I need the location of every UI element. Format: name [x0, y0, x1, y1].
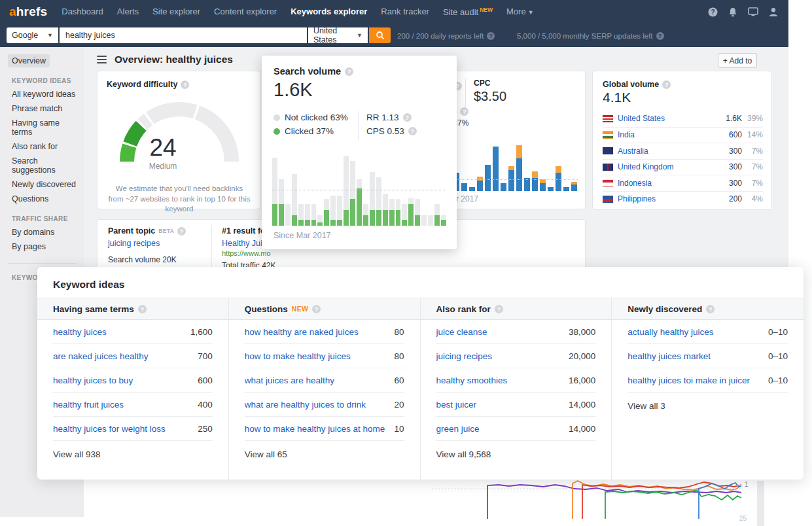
keyword-link[interactable]: actually healthy juices — [627, 327, 713, 337]
country-link[interactable]: Australia — [618, 147, 648, 156]
sidebar-item-overview[interactable]: Overview — [8, 54, 50, 67]
nav-item-rank-tracker[interactable]: Rank tracker — [381, 7, 429, 16]
nav-item-more[interactable]: More▼ — [506, 7, 534, 16]
keyword-link[interactable]: healthy fruit juices — [53, 400, 124, 410]
keyword-link[interactable]: healthy juices for weight loss — [53, 424, 166, 434]
nav-item-dashboard[interactable]: Dashboard — [62, 7, 103, 16]
keyword-link[interactable]: juicing recipes — [436, 351, 493, 361]
search-engine-select[interactable]: Google▼ — [7, 27, 58, 43]
nav-item-site-audit[interactable]: Site auditNEW — [443, 7, 493, 17]
keyword-link[interactable]: healthy juices market — [627, 351, 711, 361]
help-icon[interactable]: ? — [460, 107, 468, 116]
help-icon[interactable]: ? — [656, 32, 664, 40]
sidebar-item-questions[interactable]: Questions — [8, 192, 52, 205]
sidebar-item-search-suggestions[interactable]: Search suggestions — [8, 154, 84, 177]
country-link[interactable]: Indonesia — [618, 179, 652, 188]
keyword-link[interactable]: green juice — [436, 424, 480, 434]
keyword-link[interactable]: what are healthy juices to drink — [245, 400, 366, 410]
country-link[interactable]: Philippines — [618, 194, 656, 203]
ahrefs-logo[interactable]: ahrefs — [9, 5, 47, 19]
keyword-link[interactable]: what juices are healthy — [245, 376, 334, 385]
notifications-bell-icon[interactable] — [728, 7, 737, 17]
sidebar-item-having-same-terms[interactable]: Having same terms — [8, 116, 84, 139]
keyword-link[interactable]: juice cleanse — [436, 327, 487, 337]
help-icon[interactable]: ? — [345, 67, 353, 76]
chart-bar — [370, 172, 375, 226]
keyword-link[interactable]: healthy juices — [53, 327, 107, 337]
country-volume-list: United States1.6K39%India60014%Australia… — [603, 111, 763, 207]
view-all-link[interactable]: View all 65 — [245, 441, 404, 467]
country-percent: 7% — [742, 179, 763, 188]
keyword-search-bar: Google▼ United States▼ 200 / 200 daily r… — [0, 24, 788, 47]
sidebar-item-newly-discovered[interactable]: Newly discovered — [8, 178, 80, 191]
country-select[interactable]: United States▼ — [308, 27, 368, 43]
bar-clicked-segment — [344, 210, 349, 226]
bar-total-segment — [305, 204, 310, 220]
keyword-row: how to make healthy juices at home10 — [245, 417, 404, 441]
keyword-link[interactable]: how to make healthy juices — [245, 351, 351, 361]
help-icon[interactable]: ? — [487, 32, 495, 40]
help-icon[interactable]: ? — [181, 80, 189, 89]
keyword-volume: 600 — [192, 376, 213, 385]
country-link[interactable]: United Kingdom — [618, 162, 673, 171]
nav-item-keywords-explorer[interactable]: Keywords explorer — [291, 7, 367, 16]
parent-topic-link[interactable]: juicing recipes — [108, 239, 186, 248]
keyword-ideas-column: QuestionsNEW?how healthy are naked juice… — [229, 298, 421, 480]
scrollbar[interactable] — [757, 481, 764, 526]
keyword-row: best juicer14,000 — [436, 393, 596, 417]
help-icon[interactable]: ? — [708, 7, 718, 17]
keyword-link[interactable]: healthy juices to buy — [53, 376, 133, 385]
keyword-row: healthy smoothies16,000 — [436, 368, 596, 393]
position-line-blue — [699, 483, 741, 519]
keyword-link[interactable]: are naked juices healthy — [53, 351, 149, 361]
column-header: Having same terms? — [37, 298, 228, 320]
keyword-list: juice cleanse38,000juicing recipes20,000… — [421, 320, 612, 441]
search-button[interactable] — [369, 27, 391, 43]
help-icon[interactable]: ? — [495, 305, 503, 313]
bar-top-segment — [556, 166, 561, 173]
collapse-menu-icon[interactable] — [97, 54, 107, 65]
keyword-link[interactable]: healthy smoothies — [436, 376, 508, 385]
help-icon[interactable]: ? — [177, 227, 186, 236]
sidebar-item-by-domains[interactable]: By domains — [8, 226, 58, 239]
sidebar-item-by-pages[interactable]: By pages — [8, 240, 50, 253]
country-row: United States1.6K39% — [603, 111, 763, 127]
help-icon[interactable]: ? — [662, 80, 671, 89]
help-icon[interactable]: ? — [403, 113, 412, 122]
nav-item-content-explorer[interactable]: Content explorer — [214, 7, 277, 16]
chart-bar — [298, 204, 304, 226]
help-icon[interactable]: ? — [706, 305, 715, 313]
top-result-url[interactable]: https://www.mo — [222, 249, 281, 257]
keyword-link[interactable]: healthy juices toi make in juicer — [627, 376, 750, 385]
view-all-link[interactable]: View all 9,568 — [436, 441, 596, 467]
view-all-link[interactable]: View all 3 — [627, 393, 788, 419]
country-link[interactable]: India — [618, 130, 635, 139]
add-to-button[interactable]: + Add to — [718, 53, 757, 68]
keyword-row: how to make healthy juices80 — [245, 344, 404, 368]
help-icon[interactable]: ? — [312, 305, 321, 313]
workspace-monitor-icon[interactable] — [748, 7, 758, 16]
keyword-search-input[interactable] — [60, 27, 307, 43]
sidebar-item-phrase-match[interactable]: Phrase match — [8, 102, 66, 115]
nav-item-alerts[interactable]: Alerts — [117, 7, 139, 16]
nav-item-site-explorer[interactable]: Site explorer — [152, 7, 200, 16]
chart-dotted-line — [272, 190, 446, 190]
legend-label: Clicked 37% — [285, 126, 334, 136]
country-link[interactable]: United States — [618, 114, 665, 123]
keyword-list: how healthy are naked juices80how to mak… — [229, 320, 420, 441]
sidebar-item-also-rank-for[interactable]: Also rank for — [8, 140, 62, 153]
keyword-link[interactable]: best juicer — [436, 400, 477, 410]
keyword-row: healthy juices to buy600 — [53, 368, 213, 393]
user-account-icon[interactable] — [769, 7, 778, 17]
view-all-link[interactable]: View all 938 — [53, 441, 213, 467]
sidebar-item-all-keyword-ideas[interactable]: All keyword ideas — [8, 88, 79, 101]
bar-bottom-segment — [493, 147, 499, 191]
keyword-link[interactable]: how healthy are naked juices — [245, 327, 359, 337]
bar-bottom-segment — [548, 187, 554, 191]
bar-total-segment — [363, 204, 368, 215]
help-icon[interactable]: ? — [408, 127, 417, 135]
bar-clicked-segment — [441, 220, 446, 226]
help-icon[interactable]: ? — [138, 305, 147, 313]
bar-total-segment — [370, 172, 375, 210]
keyword-link[interactable]: how to make healthy juices at home — [245, 424, 385, 434]
